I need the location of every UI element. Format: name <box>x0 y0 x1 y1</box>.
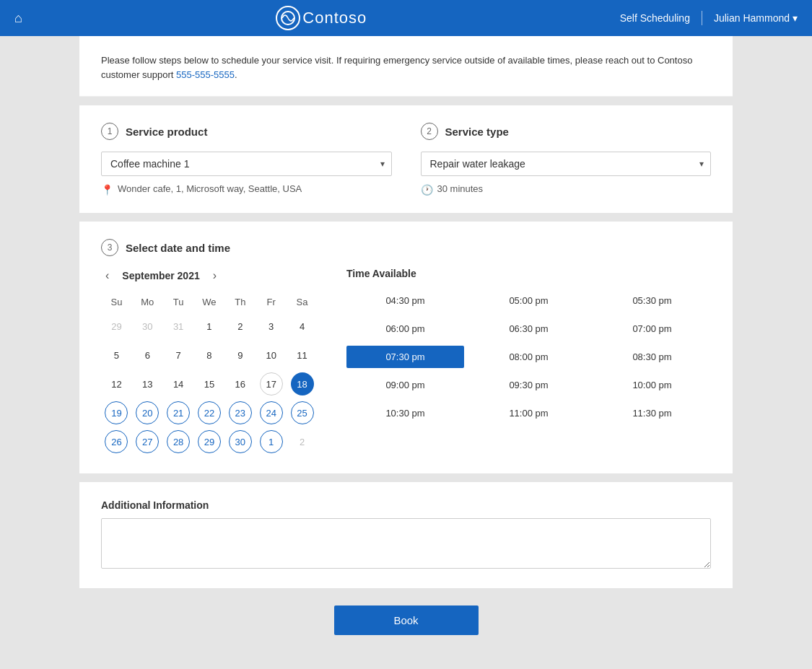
user-menu[interactable]: Julian Hammond ▾ <box>714 12 798 24</box>
time-slot[interactable]: 09:30 pm <box>470 374 588 396</box>
time-col: Time Available 04:30 pm05:00 pm05:30 pm0… <box>346 268 711 456</box>
calendar-cell: 13 <box>132 370 163 398</box>
calendar-cell: 19 <box>101 398 132 427</box>
calendar-cell: 21 <box>163 398 194 427</box>
calendar-day[interactable]: 10 <box>260 344 283 367</box>
calendar-day[interactable]: 29 <box>198 430 221 453</box>
calendar-day[interactable]: 8 <box>198 344 221 367</box>
step3-title: Select date and time <box>126 242 230 254</box>
calendar-day[interactable]: 2 <box>291 430 314 453</box>
time-slot[interactable]: 10:30 pm <box>346 402 464 424</box>
calendar-day[interactable]: 4 <box>291 315 314 338</box>
calendar-cell: 4 <box>287 312 318 341</box>
time-slot[interactable]: 11:00 pm <box>470 402 588 424</box>
logo-icon <box>275 5 301 31</box>
calendar-day[interactable]: 22 <box>198 401 221 424</box>
service-product-select[interactable]: Coffee machine 1 Coffee machine 2 Coffee… <box>101 152 392 176</box>
calendar-week-row: 19202122232425 <box>101 398 318 427</box>
calendar-day[interactable]: 5 <box>105 344 128 367</box>
service-type-col: 2 Service type Repair water leakage Gene… <box>421 123 712 196</box>
calendar-body: 2930311234567891011121314151617181920212… <box>101 312 318 456</box>
calendar-week-row: 262728293012 <box>101 427 318 456</box>
day-header-sa: Sa <box>287 292 318 312</box>
additional-section: Additional Information <box>79 482 733 588</box>
calendar-day[interactable]: 16 <box>229 372 252 395</box>
calendar-cell: 29 <box>194 427 225 456</box>
calendar-time-row: ‹ September 2021 › Su Mo Tu We Th Fr Sa <box>101 268 711 456</box>
time-slot[interactable]: 06:30 pm <box>470 318 588 340</box>
time-slot[interactable]: 08:30 pm <box>593 346 711 368</box>
service-product-dropdown-wrapper[interactable]: Coffee machine 1 Coffee machine 2 Coffee… <box>101 152 392 176</box>
calendar-day[interactable]: 27 <box>136 430 159 453</box>
step1-circle: 1 <box>101 123 118 140</box>
time-slot[interactable]: 08:00 pm <box>470 346 588 368</box>
time-slot[interactable]: 07:00 pm <box>593 318 711 340</box>
logo-text: Contoso <box>302 9 367 27</box>
time-slot[interactable]: 11:30 pm <box>593 402 711 424</box>
step2-title: Service type <box>445 126 509 138</box>
next-month-button[interactable]: › <box>209 268 221 284</box>
time-slot[interactable]: 06:00 pm <box>346 318 464 340</box>
calendar-day[interactable]: 24 <box>260 401 283 424</box>
calendar-cell: 22 <box>194 398 225 427</box>
calendar-day[interactable]: 29 <box>105 315 128 338</box>
time-slot[interactable]: 04:30 pm <box>346 289 464 312</box>
calendar-day[interactable]: 7 <box>167 344 190 367</box>
calendar-day[interactable]: 20 <box>136 401 159 424</box>
calendar-day[interactable]: 11 <box>291 344 314 367</box>
calendar-day[interactable]: 1 <box>198 315 221 338</box>
calendar-day[interactable]: 30 <box>229 430 252 453</box>
prev-month-button[interactable]: ‹ <box>101 268 113 284</box>
calendar-day[interactable]: 2 <box>229 315 252 338</box>
calendar-day[interactable]: 26 <box>105 430 128 453</box>
calendar-day[interactable]: 31 <box>167 315 190 338</box>
calendar-day[interactable]: 14 <box>167 372 190 395</box>
calendar-grid: Su Mo Tu We Th Fr Sa 2930311234567891011… <box>101 292 318 456</box>
calendar-day[interactable]: 28 <box>167 430 190 453</box>
additional-label: Additional Information <box>101 499 711 511</box>
time-slot[interactable]: 09:00 pm <box>346 374 464 396</box>
time-grid: 04:30 pm05:00 pm05:30 pm06:00 pm06:30 pm… <box>346 289 711 424</box>
calendar-day[interactable]: 18 <box>291 372 314 395</box>
service-type-select[interactable]: Repair water leakage General maintenance… <box>421 152 712 176</box>
book-button[interactable]: Book <box>334 605 479 635</box>
calendar-cell: 30 <box>132 312 163 341</box>
calendar-cell: 24 <box>256 398 287 427</box>
calendar-day[interactable]: 6 <box>136 344 159 367</box>
home-button[interactable]: ⌂ <box>14 11 22 26</box>
calendar-cell: 2 <box>224 312 256 341</box>
calendar-cell: 9 <box>224 341 256 370</box>
time-available-title: Time Available <box>346 268 711 279</box>
calendar-day[interactable]: 17 <box>260 372 283 395</box>
calendar-day[interactable]: 30 <box>136 315 159 338</box>
calendar-day[interactable]: 25 <box>291 401 314 424</box>
calendar-day[interactable]: 21 <box>167 401 190 424</box>
service-type-dropdown-wrapper[interactable]: Repair water leakage General maintenance… <box>421 152 712 176</box>
calendar-cell: 29 <box>101 312 132 341</box>
phone-link[interactable]: 555-555-5555 <box>176 69 235 80</box>
day-header-fr: Fr <box>256 292 287 312</box>
calendar-cell: 12 <box>101 370 132 398</box>
calendar-day[interactable]: 3 <box>260 315 283 338</box>
intro-text-after: . <box>235 69 237 80</box>
calendar-day[interactable]: 19 <box>105 401 128 424</box>
calendar-day[interactable]: 15 <box>198 372 221 395</box>
calendar-month-year: September 2021 <box>122 270 199 281</box>
calendar-week-row: 12131415161718 <box>101 370 318 398</box>
location-info: 📍 Wonder cafe, 1, Microsoft way, Seattle… <box>101 183 392 196</box>
step2-circle: 2 <box>421 123 438 140</box>
calendar-day[interactable]: 9 <box>229 344 252 367</box>
time-slot[interactable]: 10:00 pm <box>593 374 711 396</box>
additional-info-textarea[interactable] <box>101 518 711 569</box>
time-slot[interactable]: 05:30 pm <box>593 289 711 312</box>
calendar-day[interactable]: 23 <box>229 401 252 424</box>
calendar-day[interactable]: 1 <box>260 430 283 453</box>
book-section: Book <box>79 588 733 652</box>
calendar-day[interactable]: 12 <box>105 372 128 395</box>
time-slot[interactable]: 05:00 pm <box>470 289 588 312</box>
intro-section: Please follow steps below to schedule yo… <box>79 36 733 97</box>
self-scheduling-link[interactable]: Self Scheduling <box>620 12 690 24</box>
intro-text: Please follow steps below to schedule yo… <box>101 53 711 82</box>
time-slot[interactable]: 07:30 pm <box>346 346 464 368</box>
calendar-day[interactable]: 13 <box>136 372 159 395</box>
